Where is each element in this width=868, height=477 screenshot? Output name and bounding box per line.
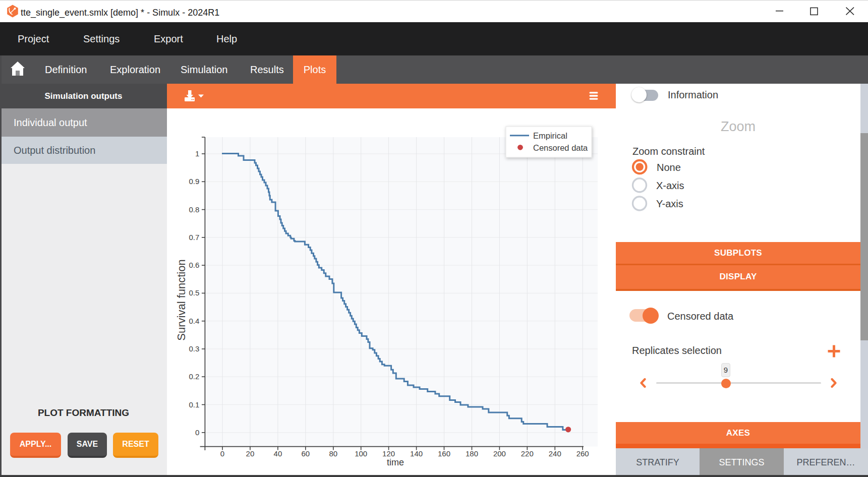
svg-text:40: 40	[274, 449, 282, 458]
svg-text:160: 160	[438, 449, 450, 458]
svg-text:0: 0	[195, 428, 199, 437]
svg-text:Censored data: Censored data	[533, 143, 588, 152]
svg-text:0.3: 0.3	[189, 344, 200, 353]
svg-text:260: 260	[576, 449, 589, 458]
svg-text:240: 240	[549, 449, 561, 458]
svg-text:80: 80	[329, 449, 337, 458]
svg-text:1: 1	[195, 149, 199, 158]
svg-text:20: 20	[246, 449, 255, 458]
svg-text:100: 100	[355, 449, 367, 458]
svg-text:Empirical: Empirical	[533, 131, 567, 140]
svg-text:time: time	[387, 457, 404, 467]
svg-text:120: 120	[382, 449, 395, 458]
svg-text:0.7: 0.7	[189, 233, 200, 242]
svg-text:0.6: 0.6	[189, 261, 200, 269]
svg-text:0.4: 0.4	[189, 317, 200, 325]
svg-text:200: 200	[493, 449, 506, 458]
svg-text:140: 140	[410, 449, 423, 458]
svg-text:0.2: 0.2	[189, 372, 200, 381]
svg-text:0.9: 0.9	[189, 177, 200, 186]
svg-text:220: 220	[521, 449, 534, 458]
svg-text:0.1: 0.1	[189, 400, 200, 409]
svg-text:0.8: 0.8	[189, 205, 200, 214]
svg-text:0: 0	[220, 449, 224, 458]
svg-text:60: 60	[301, 449, 310, 458]
svg-text:180: 180	[466, 449, 478, 458]
svg-text:Survival function: Survival function	[175, 259, 188, 340]
svg-text:0.5: 0.5	[189, 288, 200, 297]
